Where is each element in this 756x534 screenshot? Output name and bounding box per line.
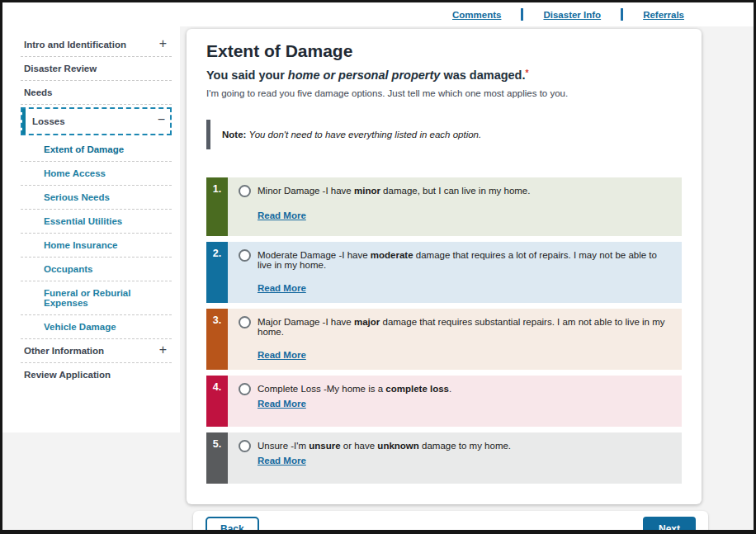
damage-option-row-1: 1.Minor Damage -I have minor damage, but… [206, 177, 682, 236]
header-link-comments[interactable]: Comments [452, 10, 501, 20]
text-segment: home or personal property [288, 69, 441, 82]
text-segment: Complete Loss -My home is a [258, 384, 385, 394]
text-segment: Unsure -I'm [258, 441, 309, 451]
sidebar-item-review-application[interactable]: Review Application [21, 363, 172, 386]
sidebar-item-needs[interactable]: Needs [21, 81, 172, 105]
option-body: Major Damage -I have major damage that r… [228, 309, 682, 370]
option-body: Minor Damage -I have minor damage, but I… [228, 177, 682, 236]
option-radio[interactable] [239, 440, 251, 452]
sidebar-item-label: Occupants [44, 264, 92, 274]
text-segment: You don't need to have everything listed… [249, 130, 482, 139]
sidebar-item-occupants[interactable]: Occupants [21, 258, 172, 281]
note-box: Note: You don't need to have everything … [206, 120, 682, 149]
sidebar-item-label: Home Insurance [44, 240, 117, 250]
damage-option-row-5: 5.Unsure -I'm unsure or have unknown dam… [206, 432, 682, 484]
sidebar-item-vehicle-damage[interactable]: Vehicle Damage [21, 315, 172, 339]
sidebar-item-label: Review Application [24, 370, 111, 380]
page-intro: I'm going to read you five damage option… [206, 88, 682, 98]
option-radio[interactable] [239, 316, 251, 328]
text-segment: . [449, 384, 451, 394]
read-more-link[interactable]: Read More [258, 210, 306, 220]
read-more-link[interactable]: Read More [258, 350, 306, 360]
damage-option-row-2: 2.Moderate Damage -I have moderate damag… [206, 242, 682, 303]
text-segment: moderate [371, 250, 413, 260]
option-line: Complete Loss -My home is a complete los… [239, 383, 672, 395]
option-line: Moderate Damage -I have moderate damage … [239, 249, 672, 270]
sidebar-item-home-insurance[interactable]: Home Insurance [21, 234, 172, 258]
sidebar-item-label: Vehicle Damage [44, 322, 116, 332]
text-segment: unknown [377, 441, 418, 451]
sidebar-item-essential-utilities[interactable]: Essential Utilities [21, 210, 172, 234]
sidebar-item-other-information[interactable]: Other Information+ [21, 339, 172, 363]
sidebar-item-home-access[interactable]: Home Access [21, 162, 172, 186]
text-segment: Minor Damage -I have [258, 186, 354, 196]
option-line: Unsure -I'm unsure or have unknown damag… [239, 440, 672, 452]
sidebar-item-disaster-review[interactable]: Disaster Review [21, 57, 172, 81]
text-segment: Moderate Damage -I have [258, 250, 371, 260]
sidebar-item-label: Disaster Review [24, 64, 97, 73]
sidebar-item-label: Home Access [44, 168, 106, 178]
header-link-separator [621, 8, 623, 21]
option-body: Moderate Damage -I have moderate damage … [228, 242, 682, 303]
page-title: Extent of Damage [206, 41, 682, 61]
sidebar-item-serious-needs[interactable]: Serious Needs [21, 186, 172, 210]
text-segment: Major Damage -I have [258, 317, 354, 327]
text-segment: or have [341, 441, 378, 451]
text-segment: major [354, 317, 380, 327]
content-card: Extent of Damage You said your home or p… [187, 29, 702, 504]
read-more-link[interactable]: Read More [258, 283, 306, 293]
text-segment: minor [354, 186, 380, 196]
top-header: CommentsDisaster InfoReferrals [2, 2, 754, 26]
option-text: Moderate Damage -I have moderate damage … [258, 249, 672, 270]
option-radio[interactable] [239, 185, 251, 197]
option-radio[interactable] [239, 249, 251, 262]
text-segment: complete loss [385, 384, 449, 394]
sidebar-item-label: Needs [24, 87, 53, 97]
sidebar-item-label: Serious Needs [44, 192, 110, 202]
expand-plus-icon[interactable]: + [159, 343, 167, 357]
header-link-referrals[interactable]: Referrals [643, 10, 684, 20]
sidebar-item-label: Funeral or Reburial Expenses [44, 288, 130, 308]
text-segment: damage, but I can live in my home. [380, 186, 531, 196]
read-more-link[interactable]: Read More [258, 399, 306, 409]
damage-option-row-3: 3.Major Damage -I have major damage that… [206, 309, 682, 370]
option-number: 3. [206, 309, 228, 370]
sidebar-item-losses[interactable]: Losses− [21, 107, 172, 135]
sidebar-item-funeral-or-reburial-expenses[interactable]: Funeral or Reburial Expenses [21, 281, 172, 315]
sidebar-nav: Intro and Identification+Disaster Review… [2, 26, 180, 432]
back-button[interactable]: Back [206, 517, 259, 534]
text-segment: Note: [222, 130, 249, 139]
next-button[interactable]: Next [643, 517, 696, 534]
collapse-minus-icon[interactable]: − [158, 112, 165, 127]
option-number: 4. [206, 376, 228, 427]
option-text: Minor Damage -I have minor damage, but I… [258, 185, 530, 196]
option-line: Major Damage -I have major damage that r… [239, 316, 672, 337]
option-body: Complete Loss -My home is a complete los… [228, 376, 682, 427]
text-segment: was damaged. [440, 69, 525, 82]
text-segment: damage to my home. [419, 441, 511, 451]
layout: Intro and Identification+Disaster Review… [2, 26, 754, 534]
text-segment: You said your [206, 69, 288, 82]
header-link-separator [521, 8, 523, 21]
option-number: 1. [206, 177, 228, 236]
option-radio[interactable] [239, 383, 251, 395]
option-body: Unsure -I'm unsure or have unknown damag… [228, 432, 682, 484]
sidebar-item-extent-of-damage[interactable]: Extent of Damage [21, 138, 172, 162]
header-link-disaster-info[interactable]: Disaster Info [543, 10, 601, 20]
footer-bar: Back Next [193, 511, 708, 534]
sidebar-item-label: Essential Utilities [44, 216, 122, 226]
sidebar-item-intro-and-identification[interactable]: Intro and Identification+ [21, 33, 172, 57]
option-text: Complete Loss -My home is a complete los… [258, 383, 451, 394]
option-line: Minor Damage -I have minor damage, but I… [239, 185, 672, 197]
page-subtitle: You said your home or personal property … [206, 69, 682, 82]
text-segment: unsure [309, 441, 340, 451]
option-text: Unsure -I'm unsure or have unknown damag… [258, 440, 511, 451]
damage-option-row-4: 4.Complete Loss -My home is a complete l… [206, 376, 682, 427]
option-text: Major Damage -I have major damage that r… [258, 316, 672, 337]
expand-plus-icon[interactable]: + [159, 36, 167, 51]
read-more-link[interactable]: Read More [258, 456, 306, 465]
text-segment: * [526, 69, 529, 78]
sidebar-item-label: Extent of Damage [44, 144, 124, 154]
sidebar-item-label: Intro and Identification [24, 40, 126, 50]
main-area: Extent of Damage You said your home or p… [180, 26, 754, 534]
